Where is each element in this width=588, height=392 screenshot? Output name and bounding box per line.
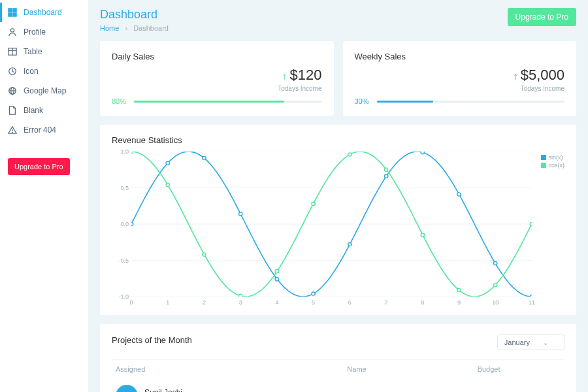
weekly-subtitle: Todays Income bbox=[355, 85, 565, 92]
sidebar-item-table[interactable]: Table bbox=[0, 42, 88, 61]
projects-card: Projects of the Month January ⌄ Assigned… bbox=[100, 324, 576, 392]
warning-icon bbox=[8, 125, 17, 135]
table-icon bbox=[8, 47, 17, 56]
legend-swatch bbox=[541, 155, 546, 160]
weekly-sales-card: Weekly Sales ↑ $5,000 Todays Income 30% bbox=[343, 41, 577, 116]
x-tick-label: 11 bbox=[529, 299, 535, 306]
x-tick-label: 10 bbox=[492, 299, 498, 306]
svg-point-23 bbox=[275, 278, 278, 281]
svg-point-30 bbox=[530, 295, 532, 297]
x-tick-label: 0 bbox=[129, 299, 133, 306]
user-icon bbox=[8, 27, 17, 37]
y-tick-label: -0.5 bbox=[118, 257, 129, 264]
legend-item: cos(x) bbox=[541, 162, 565, 169]
x-tick-label: 2 bbox=[203, 299, 206, 306]
x-tick-label: 1 bbox=[166, 299, 169, 306]
svg-point-41 bbox=[494, 284, 497, 287]
sidebar-item-label: Blank bbox=[24, 106, 43, 115]
svg-point-26 bbox=[384, 174, 387, 178]
sidebar-item-label: Error 404 bbox=[24, 125, 56, 135]
daily-progress-fill bbox=[134, 101, 284, 103]
sidebar-item-label: Profile bbox=[24, 27, 46, 37]
upgrade-button-header[interactable]: Upgrade to Pro bbox=[508, 8, 576, 26]
sidebar-item-blank[interactable]: Blank bbox=[0, 101, 88, 120]
clock-icon bbox=[8, 67, 17, 76]
y-tick-label: -1.0 bbox=[118, 293, 129, 300]
sidebar-item-label: Icon bbox=[24, 67, 39, 76]
daily-progress-track bbox=[134, 101, 322, 103]
svg-point-4 bbox=[10, 29, 14, 32]
svg-point-42 bbox=[530, 222, 532, 225]
month-value: January bbox=[504, 338, 530, 346]
trend-up-icon: ↑ bbox=[513, 71, 518, 82]
sidebar-item-error-404[interactable]: Error 404 bbox=[0, 120, 88, 140]
x-tick-label: 7 bbox=[385, 299, 388, 306]
svg-point-19 bbox=[131, 222, 133, 225]
chevron-down-icon: ⌄ bbox=[543, 339, 548, 346]
svg-rect-3 bbox=[13, 13, 16, 16]
daily-sales-card: Daily Sales ↑ $120 Todays Income 80% bbox=[100, 41, 334, 116]
svg-point-28 bbox=[457, 193, 461, 196]
month-dropdown[interactable]: January ⌄ bbox=[497, 335, 564, 350]
project-name: Elite Admin bbox=[343, 378, 473, 392]
legend-item: sin(x) bbox=[541, 154, 565, 161]
dashboard-icon bbox=[8, 8, 17, 17]
col-assigned: Assigned bbox=[112, 360, 343, 379]
revenue-chart: -1.0-0.50.00.51.0 01234567891011 sin(x)c… bbox=[112, 152, 564, 308]
breadcrumb: Home › Dashboard bbox=[100, 24, 169, 32]
legend-label: sin(x) bbox=[549, 154, 563, 161]
sidebar-item-google-map[interactable]: Google Map bbox=[0, 81, 88, 101]
daily-percent: 80% bbox=[112, 97, 134, 105]
page-title: Dashboard bbox=[100, 8, 169, 22]
trend-up-icon: ↑ bbox=[282, 71, 287, 82]
project-budget: $3.9K bbox=[474, 378, 564, 392]
revenue-card: Revenue Statistics -1.0-0.50.00.51.0 012… bbox=[100, 125, 576, 315]
breadcrumb-home[interactable]: Home bbox=[100, 24, 119, 32]
weekly-amount: $5,000 bbox=[521, 67, 564, 84]
svg-point-36 bbox=[312, 202, 315, 205]
sidebar: DashboardProfileTableIconGoogle MapBlank… bbox=[0, 0, 88, 392]
sidebar-item-label: Dashboard bbox=[24, 8, 62, 17]
svg-point-37 bbox=[348, 153, 351, 156]
x-tick-label: 5 bbox=[312, 299, 315, 306]
globe-icon bbox=[8, 86, 17, 95]
svg-point-38 bbox=[384, 168, 387, 171]
svg-point-33 bbox=[203, 253, 206, 256]
upgrade-button-sidebar[interactable]: Upgrade to Pro bbox=[8, 158, 70, 175]
daily-subtitle: Todays Income bbox=[112, 85, 322, 92]
svg-point-21 bbox=[203, 156, 206, 159]
projects-table: Assigned Name Budget SSunil JoshiWeb Des… bbox=[112, 359, 564, 392]
card-title: Revenue Statistics bbox=[112, 135, 564, 145]
card-title: Projects of the Month bbox=[112, 335, 192, 345]
x-tick-label: 4 bbox=[275, 299, 278, 306]
svg-point-24 bbox=[312, 292, 315, 295]
svg-point-22 bbox=[239, 212, 242, 216]
sidebar-item-icon[interactable]: Icon bbox=[0, 61, 88, 81]
col-budget: Budget bbox=[474, 360, 564, 379]
table-row[interactable]: SSunil JoshiWeb DesignerElite Admin$3.9K bbox=[112, 378, 564, 392]
sidebar-item-profile[interactable]: Profile bbox=[0, 22, 88, 42]
svg-point-20 bbox=[166, 161, 169, 165]
weekly-percent: 30% bbox=[355, 97, 377, 105]
svg-rect-0 bbox=[8, 8, 12, 12]
sidebar-item-label: Table bbox=[24, 47, 42, 56]
svg-rect-1 bbox=[13, 8, 16, 12]
card-title: Daily Sales bbox=[112, 52, 322, 61]
breadcrumb-current: Dashboard bbox=[133, 24, 169, 32]
svg-point-40 bbox=[457, 288, 461, 291]
svg-rect-2 bbox=[8, 13, 12, 16]
card-title: Weekly Sales bbox=[355, 52, 565, 61]
legend-label: cos(x) bbox=[549, 162, 565, 169]
y-tick-label: 1.0 bbox=[120, 148, 129, 155]
y-tick-label: 0.5 bbox=[120, 185, 129, 191]
svg-point-13 bbox=[12, 132, 13, 133]
assignee-name: Sunil Joshi bbox=[144, 388, 186, 393]
breadcrumb-separator: › bbox=[121, 24, 131, 32]
sidebar-item-dashboard[interactable]: Dashboard bbox=[0, 3, 88, 22]
col-name: Name bbox=[343, 360, 473, 379]
legend-swatch bbox=[541, 163, 546, 168]
x-tick-label: 9 bbox=[457, 299, 461, 306]
svg-point-25 bbox=[348, 242, 351, 246]
main-content: Dashboard Home › Dashboard Upgrade to Pr… bbox=[88, 0, 588, 392]
svg-point-27 bbox=[421, 152, 424, 154]
